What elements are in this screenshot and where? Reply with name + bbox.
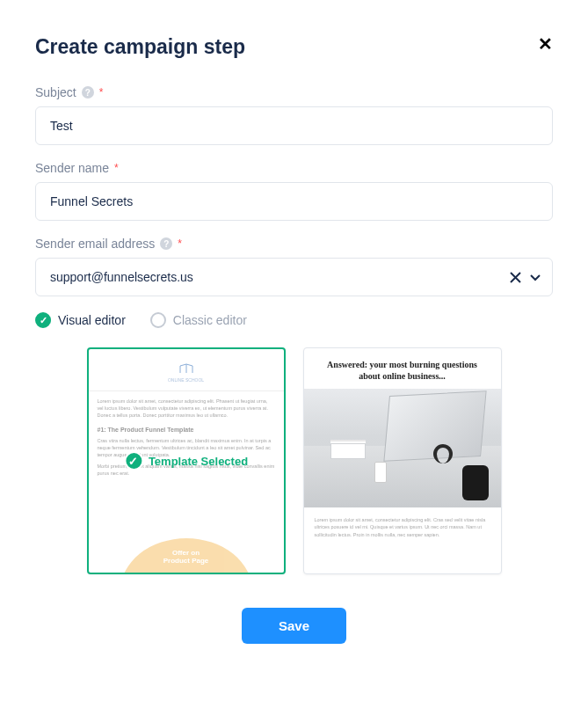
chevron-down-icon[interactable] — [528, 270, 542, 284]
radio-label: Visual editor — [58, 313, 126, 327]
radio-unchecked-icon — [150, 312, 166, 328]
template-card-1[interactable]: ONLINE SCHOOL Lorem ipsum dolor sit amet… — [87, 347, 286, 574]
sender-email-label: Sender email address — [35, 237, 155, 251]
subject-label: Subject — [35, 85, 76, 99]
template-logo: ONLINE SCHOOL — [98, 358, 275, 385]
visual-editor-radio[interactable]: Visual editor — [35, 312, 126, 328]
save-button[interactable]: Save — [242, 608, 346, 644]
help-icon[interactable]: ? — [82, 86, 94, 99]
sender-name-input[interactable] — [35, 182, 553, 221]
required-marker: * — [99, 86, 104, 99]
required-marker: * — [114, 162, 119, 174]
template-heading: #1: The Product Funnel Template — [98, 426, 275, 434]
classic-editor-radio[interactable]: Classic editor — [150, 312, 247, 328]
help-icon[interactable]: ? — [160, 237, 172, 250]
template-preview-image — [304, 389, 501, 507]
sender-email-select[interactable] — [35, 258, 553, 296]
clear-icon[interactable] — [510, 272, 521, 283]
template-card-2[interactable]: Answered: your most burning questions ab… — [303, 347, 502, 574]
required-marker: * — [178, 237, 182, 250]
subject-input[interactable] — [35, 106, 553, 145]
radio-checked-icon — [35, 312, 51, 328]
close-icon[interactable]: ✕ — [538, 35, 553, 53]
page-title: Create campaign step — [35, 35, 245, 59]
template-2-title: Answered: your most burning questions ab… — [304, 348, 501, 389]
sender-name-label: Sender name — [35, 161, 109, 175]
template-offer-banner: Offer on Product Page — [120, 538, 252, 574]
radio-label: Classic editor — [173, 313, 247, 327]
